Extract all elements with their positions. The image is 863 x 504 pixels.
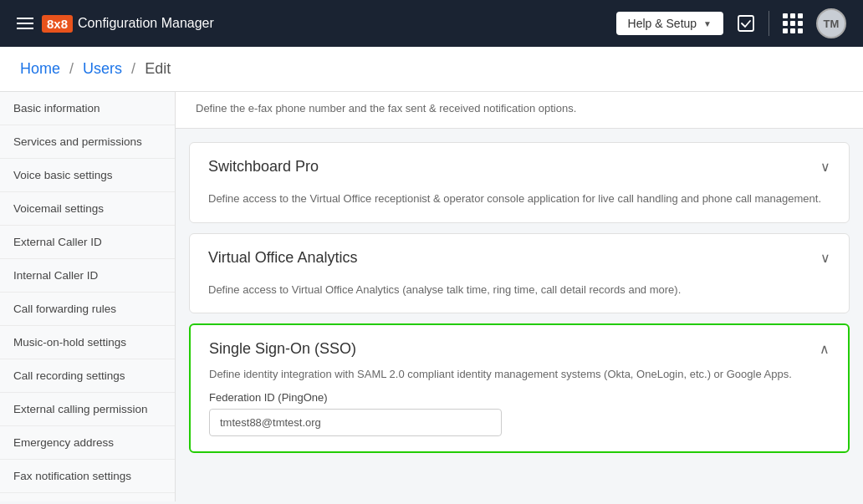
sidebar-item-internal-caller-id[interactable]: Internal Caller ID [0, 259, 175, 293]
sidebar-label: Voicemail settings [13, 202, 104, 215]
checkmark-icon [737, 14, 755, 33]
svg-rect-0 [738, 16, 753, 31]
virtual-office-analytics-body: Define access to Virtual Office Analytic… [190, 282, 849, 313]
virtual-office-analytics-title: Virtual Office Analytics [208, 249, 357, 267]
breadcrumb-users[interactable]: Users [83, 60, 122, 77]
sidebar-label: Music-on-hold settings [13, 336, 126, 349]
chevron-up-icon: ∧ [820, 341, 830, 357]
virtual-office-analytics-card: Virtual Office Analytics ∨ Define access… [189, 233, 850, 314]
sidebar-label: External calling permission [13, 403, 148, 415]
brand-title: Configuration Manager [78, 16, 214, 31]
sidebar-label: Internal Caller ID [13, 269, 98, 282]
apps-grid-icon[interactable] [783, 13, 803, 33]
sso-card: Single Sign-On (SSO) ∧ Define identity i… [189, 323, 850, 453]
fax-info-bar: Define the e-fax phone number and the fa… [176, 92, 863, 129]
avatar[interactable]: TM [816, 8, 846, 38]
breadcrumb-edit: Edit [145, 60, 171, 77]
sidebar-item-call-recording[interactable]: Call recording settings [0, 359, 175, 393]
header-left: 8x8 Configuration Manager [17, 15, 616, 33]
sidebar-label: Basic information [13, 102, 100, 115]
breadcrumb-bar: Home / Users / Edit [0, 47, 863, 92]
header-divider [769, 11, 769, 36]
app-header: 8x8 Configuration Manager Help & Setup ▼… [0, 0, 863, 47]
hamburger-icon[interactable] [17, 18, 33, 29]
chevron-down-icon: ∨ [820, 159, 830, 175]
sso-description: Define identity integration with SAML 2.… [209, 366, 830, 383]
fax-info-text: Define the e-fax phone number and the fa… [196, 102, 843, 115]
switchboard-pro-title: Switchboard Pro [208, 158, 319, 176]
virtual-office-analytics-card-header[interactable]: Virtual Office Analytics ∨ [190, 234, 849, 282]
chevron-down-icon: ▼ [703, 19, 712, 28]
sidebar-label: Emergency address [13, 436, 114, 449]
breadcrumb-sep-2: / [131, 60, 135, 77]
sidebar-label: Voice basic settings [13, 169, 113, 181]
sidebar-item-fax-notification[interactable]: Fax notification settings [0, 460, 175, 493]
breadcrumb: Home / Users / Edit [20, 60, 843, 78]
sidebar-item-emergency-address[interactable]: Emergency address [0, 426, 175, 460]
sidebar-label: Fax notification settings [13, 470, 131, 482]
sidebar-item-external-caller-id[interactable]: External Caller ID [0, 226, 175, 259]
sidebar-item-call-forwarding-rules[interactable]: Call forwarding rules [0, 293, 175, 326]
sso-card-body: Define identity integration with SAML 2.… [191, 366, 848, 451]
federation-id-input[interactable] [209, 409, 502, 436]
brand-logo: 8x8 [42, 15, 73, 33]
sidebar-label: Call recording settings [13, 369, 125, 382]
breadcrumb-home[interactable]: Home [20, 60, 60, 77]
checkmark-icon-button[interactable] [737, 14, 755, 33]
sso-title: Single Sign-On (SSO) [209, 340, 356, 358]
brand: 8x8 Configuration Manager [42, 15, 214, 33]
sidebar-label: External Caller ID [13, 236, 102, 248]
header-right: Help & Setup ▼ TM [616, 8, 846, 38]
sidebar-item-voicemail-settings[interactable]: Voicemail settings [0, 192, 175, 226]
sidebar-item-external-calling-permission[interactable]: External calling permission [0, 393, 175, 426]
help-setup-button[interactable]: Help & Setup ▼ [616, 12, 723, 35]
sidebar-item-services-permissions[interactable]: Services and permissions [0, 125, 175, 159]
sidebar-item-voice-basic-settings[interactable]: Voice basic settings [0, 159, 175, 192]
sso-card-header[interactable]: Single Sign-On (SSO) ∧ [191, 325, 848, 366]
virtual-office-analytics-description: Define access to Virtual Office Analytic… [208, 282, 830, 298]
sidebar-item-basic-information[interactable]: Basic information [0, 92, 175, 125]
sidebar-label: Services and permissions [13, 135, 142, 148]
switchboard-pro-card-header[interactable]: Switchboard Pro ∨ [190, 143, 849, 191]
help-setup-label: Help & Setup [628, 17, 697, 30]
sidebar-label: Call forwarding rules [13, 303, 116, 315]
cards-container: Switchboard Pro ∨ Define access to the V… [176, 129, 863, 466]
main-content: Define the e-fax phone number and the fa… [176, 92, 863, 501]
switchboard-pro-body: Define access to the Virtual Office rece… [190, 191, 849, 222]
switchboard-pro-description: Define access to the Virtual Office rece… [208, 191, 830, 207]
federation-id-label: Federation ID (PingOne) [209, 391, 830, 404]
main-layout: Basic information Services and permissio… [0, 92, 863, 501]
chevron-down-icon: ∨ [820, 250, 830, 266]
switchboard-pro-card: Switchboard Pro ∨ Define access to the V… [189, 142, 850, 223]
sidebar-item-music-on-hold[interactable]: Music-on-hold settings [0, 326, 175, 359]
sidebar: Basic information Services and permissio… [0, 92, 176, 501]
breadcrumb-sep-1: / [69, 60, 74, 77]
